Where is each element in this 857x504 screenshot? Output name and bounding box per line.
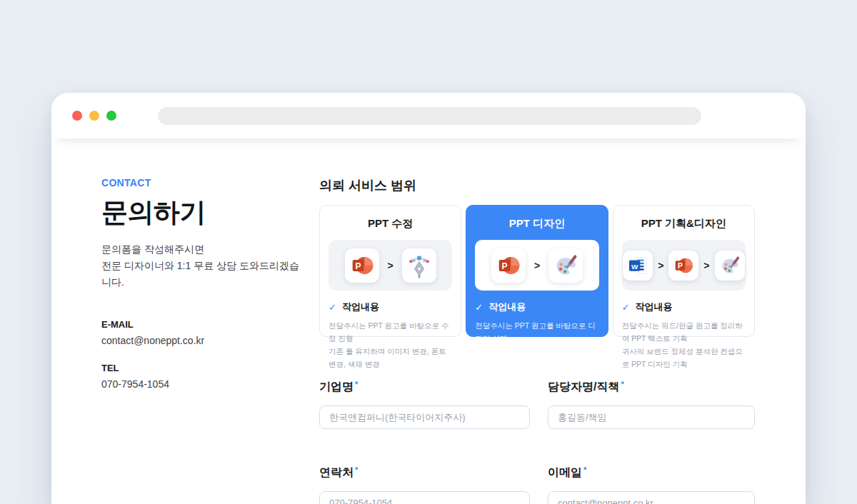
tel-label: TEL xyxy=(101,363,301,373)
work-detail-header: ✓ 작업내용 xyxy=(329,301,452,313)
card-description-line: 기존 틀 유지하며 이미지 변경, 폰트 변경, 색채 변경 xyxy=(329,345,452,371)
phone-input[interactable] xyxy=(319,491,530,504)
contact-description: 문의폼을 작성해주시면 전문 디자이너와 1:1 무료 상담 도와드리겠습니다. xyxy=(101,241,301,291)
window-controls xyxy=(72,111,116,121)
phone-label: 연락처* xyxy=(319,465,530,480)
pen-tool-icon xyxy=(402,248,436,283)
powerpoint-icon xyxy=(345,248,379,283)
required-mark: * xyxy=(621,380,623,388)
contact-description-line1: 문의폼을 작성해주시면 xyxy=(101,243,204,255)
inquiry-form: 기업명* 담당자명/직책* 연락처* 이메일* xyxy=(319,380,755,504)
service-cards: PPT 수정 > ✓ 작업내용 전달주시는 PPT 원고를 바탕으로 수정 진행… xyxy=(319,205,755,337)
close-window-button[interactable] xyxy=(72,111,82,121)
card-title: PPT 기획&디자인 xyxy=(622,217,746,231)
company-name-field-group: 기업명* xyxy=(319,380,530,429)
powerpoint-icon xyxy=(491,248,526,283)
card-title: PPT 수정 xyxy=(329,217,452,231)
minimize-window-button[interactable] xyxy=(89,111,99,121)
address-bar[interactable] xyxy=(158,107,701,125)
company-name-input[interactable] xyxy=(319,405,530,429)
arrow-right-icon: > xyxy=(534,260,540,271)
card-description-line: 전달주시는 워드/한글 원고를 정리하여 PPT 텍스트 기획 xyxy=(622,319,746,345)
card-description-line: 귀사의 브랜드 정체성 분석한 컨셉으로 PPT 디자인 기획 xyxy=(475,345,598,371)
page-content: CONTACT 문의하기 문의폼을 작성해주시면 전문 디자이너와 1:1 무료… xyxy=(51,138,806,504)
card-icon-area: > xyxy=(475,240,598,291)
required-mark: * xyxy=(355,380,358,388)
check-icon: ✓ xyxy=(329,302,336,313)
work-detail-header: ✓ 작업내용 xyxy=(475,301,598,313)
work-label: 작업내용 xyxy=(342,301,379,313)
contact-eyebrow: CONTACT xyxy=(101,177,301,188)
work-label: 작업내용 xyxy=(488,301,526,313)
browser-window: CONTACT 문의하기 문의폼을 작성해주시면 전문 디자이너와 1:1 무료… xyxy=(51,93,806,504)
email-info: E-MAIL contact@noneppt.co.kr xyxy=(101,319,301,346)
card-description: 전달주시는 PPT 원고를 바탕으로 디자인 설계 귀사의 브랜드 정체성 분석… xyxy=(475,319,598,371)
zoom-window-button[interactable] xyxy=(106,111,116,121)
card-description: 전달주시는 워드/한글 원고를 정리하여 PPT 텍스트 기획 귀사의 브랜드 … xyxy=(622,319,746,371)
email-label: E-MAIL xyxy=(101,319,301,330)
powerpoint-icon xyxy=(668,251,698,281)
arrow-right-icon: > xyxy=(388,260,394,271)
required-mark: * xyxy=(355,465,358,474)
manager-name-label: 담당자명/직책* xyxy=(548,380,755,395)
card-description-line: 귀사의 브랜드 정체성 분석한 컨셉으로 PPT 디자인 기획 xyxy=(622,345,746,371)
work-detail-header: ✓ 작업내용 xyxy=(622,301,746,313)
service-card-ppt-revision[interactable]: PPT 수정 > ✓ 작업내용 전달주시는 PPT 원고를 바탕으로 수정 진행… xyxy=(319,205,461,337)
arrow-right-icon: > xyxy=(658,260,663,271)
manager-name-field-group: 담당자명/직책* xyxy=(548,380,755,429)
arrow-right-icon: > xyxy=(703,260,709,271)
manager-name-input[interactable] xyxy=(548,405,755,429)
card-description-line: 전달주시는 PPT 원고를 바탕으로 수정 진행 xyxy=(329,319,452,345)
inquiry-form-section: 의뢰 서비스 범위 PPT 수정 > ✓ 작업내용 전달주시는 PPT 원고를 … xyxy=(319,177,755,504)
card-icon-area: > > xyxy=(622,240,746,291)
email-field-label: 이메일* xyxy=(548,465,755,480)
email-field-group: 이메일* xyxy=(548,465,755,504)
email-value: contact@noneppt.co.kr xyxy=(101,335,301,346)
page-title: 문의하기 xyxy=(101,195,301,231)
required-mark: * xyxy=(583,465,586,474)
email-input[interactable] xyxy=(548,491,755,504)
tel-info: TEL 070-7954-1054 xyxy=(101,363,301,390)
phone-field-group: 연락처* xyxy=(319,465,530,504)
card-icon-area: > xyxy=(329,240,452,291)
service-card-ppt-design[interactable]: PPT 디자인 > ✓ 작업내용 전달주시는 PPT 원고를 바탕으로 디자인 … xyxy=(466,205,608,337)
work-label: 작업내용 xyxy=(636,301,673,313)
browser-toolbar xyxy=(51,93,806,138)
service-card-ppt-planning-design[interactable]: PPT 기획&디자인 > > ✓ 작업내용 전달주시는 워드/한글 원고를 정리… xyxy=(613,205,755,337)
card-description: 전달주시는 PPT 원고를 바탕으로 수정 진행 기존 틀 유지하며 이미지 변… xyxy=(329,319,452,371)
palette-icon xyxy=(548,248,583,283)
company-name-label: 기업명* xyxy=(319,380,530,395)
contact-info-panel: CONTACT 문의하기 문의폼을 작성해주시면 전문 디자이너와 1:1 무료… xyxy=(101,177,301,390)
check-icon: ✓ xyxy=(622,302,630,313)
services-title: 의뢰 서비스 범위 xyxy=(319,177,755,194)
contact-description-line2: 전문 디자이너와 1:1 무료 상담 도와드리겠습니다. xyxy=(101,260,299,288)
tel-value: 070-7954-1054 xyxy=(101,378,301,390)
palette-icon xyxy=(715,251,745,281)
card-description-line: 전달주시는 PPT 원고를 바탕으로 디자인 설계 xyxy=(475,319,598,345)
check-icon: ✓ xyxy=(475,302,483,313)
word-icon xyxy=(623,251,653,281)
card-title: PPT 디자인 xyxy=(475,217,598,231)
